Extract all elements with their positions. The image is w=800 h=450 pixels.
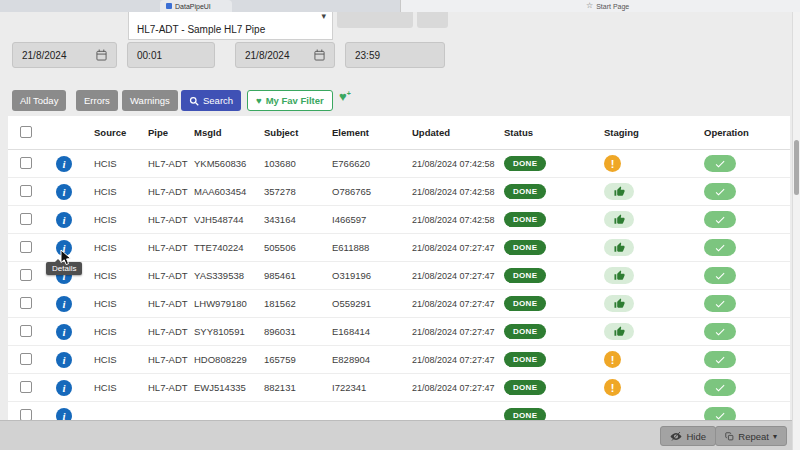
row-checkbox[interactable]	[20, 269, 32, 281]
column-header-operation: Operation	[696, 127, 790, 138]
success-check-icon[interactable]	[704, 407, 736, 420]
table-row: iDONE	[8, 402, 790, 420]
cell-staging	[596, 183, 696, 200]
row-checkbox[interactable]	[20, 381, 32, 393]
time-to-value: 23:59	[355, 50, 380, 61]
cell-staging: !	[596, 155, 696, 172]
row-checkbox[interactable]	[20, 185, 32, 197]
warnings-button[interactable]: Warnings	[122, 90, 178, 111]
warning-icon[interactable]: !	[604, 379, 621, 396]
cell-subject: 343164	[256, 214, 324, 225]
success-check-icon[interactable]	[704, 267, 736, 284]
filter-field-partial[interactable]	[337, 12, 413, 28]
status-badge: DONE	[504, 380, 546, 395]
errors-button[interactable]: Errors	[76, 90, 118, 111]
cell-subject: 357278	[256, 186, 324, 197]
cell-pipe: HL7-ADT	[140, 158, 186, 169]
row-checkbox[interactable]	[20, 325, 32, 337]
browser-tab[interactable]: DataPipeUI	[160, 0, 232, 12]
status-badge: DONE	[504, 352, 546, 367]
thumbs-up-icon[interactable]	[604, 323, 634, 340]
cell-source: HCIS	[86, 382, 140, 393]
success-check-icon[interactable]	[704, 351, 736, 368]
cell-element: E766620	[324, 158, 404, 169]
cell-status: DONE	[496, 324, 596, 339]
warning-icon[interactable]: !	[604, 155, 621, 172]
tab-title: DataPipeUI	[175, 3, 211, 10]
time-to-input[interactable]: 23:59	[345, 42, 445, 68]
cell-updated: 21/08/2024 07:27:47	[404, 327, 496, 337]
row-checkbox[interactable]	[20, 157, 32, 169]
date-from-input[interactable]: 21/8/2024	[12, 42, 117, 68]
cell-source: HCIS	[86, 270, 140, 281]
time-from-input[interactable]: 00:01	[127, 42, 215, 68]
cell-subject: 103680	[256, 158, 324, 169]
search-button[interactable]: Search	[181, 90, 241, 111]
thumbs-up-icon[interactable]	[604, 295, 634, 312]
cell-staging: !	[596, 351, 696, 368]
info-icon[interactable]: i	[56, 212, 72, 228]
success-check-icon[interactable]	[704, 323, 736, 340]
time-from-value: 00:01	[137, 50, 162, 61]
hide-button[interactable]: Hide	[660, 426, 716, 446]
table-row: iHCISHL7-ADTEWJ514335882131I72234121/08/…	[8, 374, 790, 402]
success-check-icon[interactable]	[704, 211, 736, 228]
cell-msgid: SYY810591	[186, 326, 256, 337]
filter-field-partial[interactable]	[417, 12, 448, 28]
row-checkbox[interactable]	[20, 213, 32, 225]
thumbs-up-icon[interactable]	[604, 211, 634, 228]
success-check-icon[interactable]	[704, 379, 736, 396]
cell-status: DONE	[496, 212, 596, 227]
info-icon[interactable]: i	[56, 352, 72, 368]
thumbs-up-icon[interactable]	[604, 239, 634, 256]
row-checkbox[interactable]	[20, 241, 32, 253]
thumbs-up-icon[interactable]	[604, 267, 634, 284]
row-checkbox[interactable]	[20, 409, 32, 421]
cell-updated: 21/08/2024 07:42:58	[404, 159, 496, 169]
success-check-icon[interactable]	[704, 239, 736, 256]
success-check-icon[interactable]	[704, 183, 736, 200]
star-icon: ☆	[586, 2, 593, 10]
select-all-checkbox[interactable]	[20, 126, 32, 138]
row-checkbox[interactable]	[20, 353, 32, 365]
cell-source: HCIS	[86, 326, 140, 337]
cell-operation	[696, 379, 790, 396]
info-icon[interactable]: i	[56, 184, 72, 200]
column-header-msgid: MsgId	[186, 127, 256, 138]
success-check-icon[interactable]	[704, 155, 736, 172]
table-row: iHCISHL7-ADTYKM560836103680E76662021/08/…	[8, 150, 790, 178]
date-to-input[interactable]: 21/8/2024	[235, 42, 335, 68]
scrollbar-thumb[interactable]	[794, 140, 799, 195]
info-icon[interactable]: i	[56, 156, 72, 172]
cell-subject: 505506	[256, 242, 324, 253]
cell-element: E828904	[324, 354, 404, 365]
cell-element: O786765	[324, 186, 404, 197]
warning-icon[interactable]: !	[604, 351, 621, 368]
table-row: iHCISHL7-ADTHDO808229165759E82890421/08/…	[8, 346, 790, 374]
cell-subject: 985461	[256, 270, 324, 281]
search-icon	[189, 96, 199, 106]
cell-msgid: TTE740224	[186, 242, 256, 253]
pipe-select[interactable]: ▾ HL7-ADT - Sample HL7 Pipe	[128, 12, 333, 40]
my-fav-filter-button[interactable]: ♥ My Fav Filter	[247, 90, 333, 111]
info-icon[interactable]: i	[56, 324, 72, 340]
cell-element: I466597	[324, 214, 404, 225]
info-icon[interactable]: i	[56, 296, 72, 312]
cell-pipe: HL7-ADT	[140, 382, 186, 393]
info-icon[interactable]: i	[56, 408, 72, 421]
cell-source: HCIS	[86, 186, 140, 197]
start-page-tab[interactable]: ☆ Start Page	[400, 0, 800, 12]
calendar-icon[interactable]	[314, 49, 325, 61]
column-header-updated: Updated	[404, 127, 496, 138]
thumbs-up-icon[interactable]	[604, 183, 634, 200]
row-checkbox[interactable]	[20, 297, 32, 309]
start-page-label: Start Page	[596, 3, 629, 10]
calendar-icon[interactable]	[96, 49, 107, 61]
cell-msgid: VJH548744	[186, 214, 256, 225]
table-row: iHCISHL7-ADTMAA603454357278O78676521/08/…	[8, 178, 790, 206]
all-today-button[interactable]: All Today	[12, 90, 66, 111]
info-icon[interactable]: i	[56, 380, 72, 396]
add-favorite-heart-button[interactable]: ♥+	[339, 90, 351, 103]
repeat-button[interactable]: Repeat ▾	[715, 426, 787, 446]
success-check-icon[interactable]	[704, 295, 736, 312]
